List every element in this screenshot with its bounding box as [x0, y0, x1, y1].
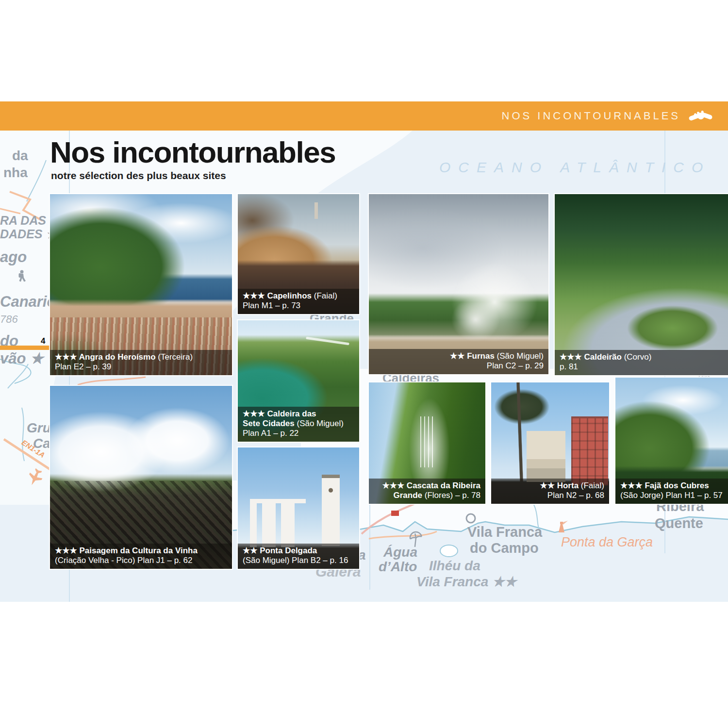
caption-line: Sete Cidades (São Miguel): [243, 419, 354, 429]
caption-line: Plan M1 – p. 73: [243, 301, 354, 311]
caption-line: ★★★ Caldeirão (Corvo): [560, 352, 723, 362]
caption-capelinhos: ★★★ Capelinhos (Faial)Plan M1 – p. 73: [238, 289, 359, 314]
map-label-frag-da: da: [12, 148, 28, 164]
map-label-frag-canario: Canario: [0, 293, 56, 311]
caption-caldeirao: ★★★ Caldeirão (Corvo)p. 81: [555, 350, 728, 375]
handshake-icon: [688, 107, 713, 125]
caption-faja: ★★★ Fajã dos Cubres(São Jorge) Plan H1 –…: [615, 479, 728, 504]
red-road-marker: [391, 511, 399, 516]
map-label-do-campo: do Campo: [470, 540, 539, 556]
caption-line: ★★★ Cascata da Ribeira: [374, 481, 480, 491]
caption-sete-cidades: ★★★ Caldeira dasSete Cidades (São Miguel…: [238, 407, 359, 442]
map-label-frag-dades: DADES ★: [0, 227, 57, 241]
map-label-frag-ago: ago: [0, 248, 27, 266]
map-label-frag-vao: vão ★: [0, 349, 44, 367]
caption-line: p. 81: [560, 362, 723, 372]
caption-horta: ★★ Horta (Faial)Plan N2 – p. 68: [491, 479, 609, 504]
map-label-oceano: OCEANO ATLÂNTICO: [439, 159, 711, 176]
photo-card-sete-cidades: ★★★ Caldeira dasSete Cidades (São Miguel…: [238, 320, 359, 442]
page-subtitle: notre sélection des plus beaux sites: [51, 170, 335, 182]
map-label-ilheu: Ilhéu da: [429, 558, 480, 574]
caption-line: Grande (Flores) – p. 78: [374, 491, 480, 500]
photo-caldeirao: [555, 194, 728, 375]
header-bar: NOS INCONTOURNABLES: [0, 101, 728, 131]
page-tab-number: 4: [41, 336, 45, 346]
map-label-vila-franca: Vila Franca: [467, 524, 542, 540]
photo-furnas: [369, 194, 548, 374]
map-label-frag-786: 786: [0, 313, 18, 326]
caption-line: Plan C2 – p. 29: [374, 361, 544, 371]
caption-line: ★★★ Capelinhos (Faial): [243, 291, 354, 301]
photo-card-furnas: ★★ Furnas (São Miguel)Plan C2 – p. 29: [369, 194, 548, 374]
caption-line: ★★ Ponta Delgada: [243, 546, 354, 556]
caption-angra: ★★★ Angra do Heroísmo (Terceira)Plan E2 …: [50, 350, 232, 375]
guidebook-page: OCEANO ATLÂNTICOdanhaRA DASDADES ★agoCan…: [0, 0, 728, 728]
caption-ponta-delgada: ★★ Ponta Delgada(São Miguel) Plan B2 – p…: [238, 544, 359, 569]
caption-line: ★★★ Caldeira das: [243, 409, 354, 419]
caption-furnas: ★★ Furnas (São Miguel)Plan C2 – p. 29: [369, 349, 548, 374]
page-tab-bar: [0, 346, 50, 350]
photo-card-faja: ★★★ Fajã dos Cubres(São Jorge) Plan H1 –…: [615, 378, 728, 504]
map-label-quente: Quente: [655, 515, 703, 531]
photo-card-capelinhos: ★★★ Capelinhos (Faial)Plan M1 – p. 73: [238, 194, 359, 314]
caption-line: ★★★ Paisagem da Cultura da Vinha: [55, 546, 227, 556]
photo-card-cascata: ★★★ Cascata da RibeiraGrande (Flores) – …: [369, 382, 485, 504]
caption-line: ★★ Furnas (São Miguel): [374, 351, 544, 361]
map-label-ponta-garca: Ponta da Garça: [561, 535, 653, 550]
map-label-frag-nha: nha: [3, 165, 28, 181]
map-label-frag-ra-das: RA DAS: [0, 214, 46, 228]
map-label-agua: Água: [383, 545, 417, 560]
map-label-ilheu2: Vila Franca ★★: [416, 574, 516, 590]
caption-line: Plan N2 – p. 68: [496, 491, 604, 500]
caption-line: Plan A1 – p. 22: [243, 429, 354, 438]
caption-line: (Criação Velha - Pico) Plan J1 – p. 62: [55, 556, 227, 565]
caption-line: ★★★ Angra do Heroísmo (Terceira): [55, 352, 227, 362]
map-label-frag-gru: Gru: [27, 420, 51, 436]
map-label-dalto: d’Alto: [379, 559, 417, 575]
caption-line: (São Jorge) Plan H1 – p. 57: [620, 491, 723, 500]
photo-card-caldeirao: ★★★ Caldeirão (Corvo)p. 81: [555, 194, 728, 375]
photo-card-angra: ★★★ Angra do Heroísmo (Terceira)Plan E2 …: [50, 194, 232, 375]
title-block: Nos incontournables notre sélection des …: [50, 137, 335, 182]
caption-line: Plan E2 – p. 39: [55, 362, 227, 372]
map-label-frag-a: a: [358, 547, 366, 563]
photo-angra: [50, 194, 232, 375]
caption-paisagem: ★★★ Paisagem da Cultura da Vinha(Criação…: [50, 544, 232, 569]
photo-card-ponta-delgada: ★★ Ponta Delgada(São Miguel) Plan B2 – p…: [238, 447, 359, 569]
page-title: Nos incontournables: [50, 137, 335, 167]
caption-line: (São Miguel) Plan B2 – p. 16: [243, 556, 354, 565]
caption-line: ★★ Horta (Faial): [496, 481, 604, 491]
header-label: NOS INCONTOURNABLES: [502, 110, 680, 122]
islet-lagoon: [440, 545, 458, 557]
photo-card-paisagem: ★★★ Paisagem da Cultura da Vinha(Criação…: [50, 386, 232, 569]
photo-card-horta: ★★ Horta (Faial)Plan N2 – p. 68: [491, 382, 609, 504]
photo-paisagem: [50, 386, 232, 569]
caption-line: ★★★ Fajã dos Cubres: [620, 481, 723, 491]
caption-cascata: ★★★ Cascata da RibeiraGrande (Flores) – …: [369, 479, 485, 504]
